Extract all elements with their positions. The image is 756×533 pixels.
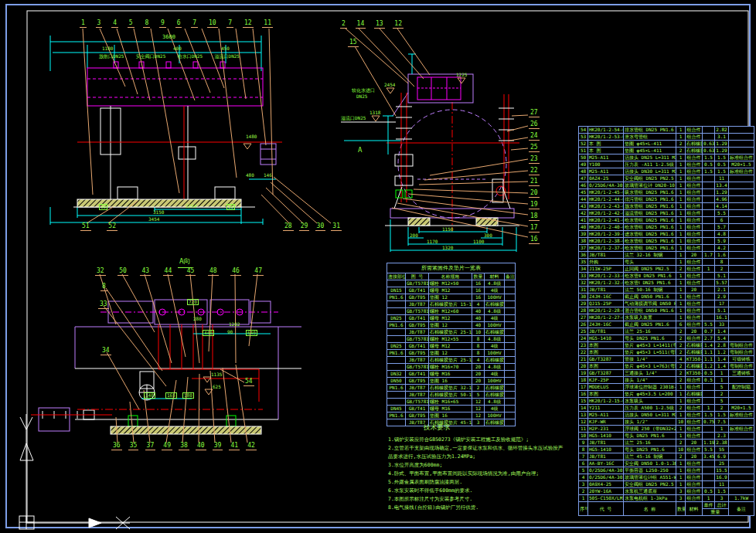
requirement-line: 4.卧式、平面布置,平面布置间距以实际现场情况为准,由用户自理;: [388, 470, 566, 478]
callout: 51: [80, 223, 91, 231]
callout: 6: [175, 20, 182, 28]
footer-col-weight: 重量: [703, 509, 729, 516]
dim-segment: 1180: [102, 46, 113, 51]
dim-right: 146: [264, 173, 272, 178]
dim-mid: 165: [165, 392, 177, 399]
dim-bottom: 1100: [473, 239, 484, 244]
port-label: DN25: [356, 94, 367, 100]
bom-row: 41HK20/1-2-41-0给水管组 DN25 PN1.6 1组合件 6: [579, 217, 754, 224]
bom-row: 33HK20/1-2-33-0给水管Ⅱ DN25 PN1.6 1组合件 5.1: [579, 273, 754, 280]
dim-top: 90: [227, 330, 233, 334]
bom-row: 48M25-A11活接头 DN30 L=311 M27×2 1组合件1.5 1.…: [579, 168, 754, 175]
bom-row: 17MODELUS浮球液位控制器 2301B-2.1M 1组合件 5配控制箱: [579, 384, 754, 391]
dim-bottom: 3454: [148, 217, 159, 222]
plan-view-callouts-bottom: 363537493840394142: [111, 443, 257, 450]
port-label: 安全阀口DN25: [136, 54, 165, 59]
bom-row: 23本图垫片 φ45×3 L=1411(弯制) 2石棉橡胶1.4 2.8弯制组合…: [579, 342, 754, 349]
dim-bottom: 200: [410, 233, 418, 238]
fastener-row: GB/T5781螺栓 M16×70 204.8级: [387, 364, 516, 371]
fastener-row: PN1.6GB/T95垫圈 12 40100HV: [387, 322, 516, 329]
elevation-label: 625: [213, 385, 221, 389]
footer-col-unit-weight: 单件: [703, 502, 715, 509]
dim-small: 30: [99, 204, 107, 210]
bom-row: 20本图垫片 φ45×3 L=763(弯制) 2石棉橡胶1.2 1.4弯制组合件: [579, 363, 754, 370]
callout: 17: [529, 225, 540, 233]
callout: 1: [80, 20, 87, 28]
bom-row: 470AZ4-25安全阀组 DN25 PN2.5 L=350 1组合件 11: [579, 175, 754, 182]
dim-top: 720: [187, 299, 199, 305]
bom-row: 7JB/T81法兰 45-16 制钢 2203.45 6.9: [579, 453, 754, 460]
dim-bottom: 1150: [442, 227, 453, 232]
bom-table-footer: 序号 代 号 名 称 数量 材料 单件 总计 备注 重量: [579, 502, 754, 516]
callout: 28: [283, 223, 294, 231]
fastener-row: DN50GB/T95垫圈 16 20100HV: [387, 378, 516, 385]
fastener-row: GB/T5781螺栓 M12×50 164.8级: [387, 280, 516, 287]
dim-right: 480: [246, 173, 254, 178]
elevation-label: 1480: [246, 134, 257, 139]
callout: 8: [100, 283, 107, 291]
bom-row: 44HK20/1-2-44-0排污管组 DN25 PN1.6 1组合件 4.96: [579, 196, 754, 203]
bom-row: 36JB/T81法兰 32-16 制钢 1201.7 1.6: [579, 252, 754, 259]
requirement-line: 品要求进行,水压试验压力为1.24MPa;: [388, 453, 566, 461]
callout: 24: [529, 133, 540, 141]
fastener-row: PN1.6JB/T87石棉橡胶垫片 32-16 2石棉橡胶: [387, 385, 516, 392]
footer-col-qty: 数量: [676, 502, 686, 516]
footer-col-code: 代 号: [588, 502, 624, 516]
bom-row: 14Y211压力表 A500 1-2.5级 2组合件1 2M20×1.5: [579, 405, 754, 412]
fastener-row: DN45GB/T41螺母 M16 124级: [387, 406, 516, 412]
bom-row: 21GB/T3287管接 1/4" 4KT350-101.1 1.4可锻铸铁: [579, 356, 754, 363]
technical-requirements-lines: 1.锅炉安装应符合GB50273《锅炉安装工程施工及验收规范》;2.立管若干支架…: [388, 436, 566, 512]
bom-row: 220YW-16A水泵机三通底座 3组合件0.5 1.5: [579, 488, 754, 495]
dim-segment: 450: [221, 46, 230, 51]
bom-row: 25JB/T81法兰 25-16 2200.7 1.4: [579, 328, 754, 335]
footer-col-no: 序号: [579, 502, 588, 516]
dim-mid: 140: [144, 392, 155, 399]
bom-row: 35外购弯头 1组合件 8: [579, 259, 754, 266]
callout: 26: [529, 121, 540, 129]
dim-top: 280: [193, 317, 202, 321]
fastener-row: GB/T5781螺栓 M12×60 404.8级: [387, 308, 516, 315]
callout: 13: [374, 21, 385, 29]
dim-overall: 3600: [162, 35, 175, 40]
fastener-table-title: 所需紧固件及垫片一览表: [387, 263, 516, 273]
requirement-line: 3.水位开高度为600mm;: [388, 461, 566, 470]
callout: 27: [529, 110, 540, 117]
port-label: 给水口DN25: [178, 54, 203, 59]
callout: 20: [529, 190, 540, 198]
callout: 11: [262, 20, 273, 28]
callout: 7: [226, 20, 233, 28]
bom-row: 19GB/T3287三通接头 1/4" 2KT350-100.5 1三通铸铁: [579, 370, 754, 377]
callout: 31: [331, 223, 342, 231]
footer-col-material: 材料: [686, 502, 703, 516]
dim-top: 1202: [229, 322, 240, 327]
fastener-row: JB/T87石棉橡胶垫片 25-16 4石棉橡胶: [387, 357, 516, 364]
plan-view-linework[interactable]: [31, 274, 301, 443]
technical-requirements: 技术要求 1.锅炉安装应符合GB50273《锅炉安装工程施工及验收规范》;2.立…: [388, 423, 566, 512]
callout: 30: [315, 223, 326, 231]
end-view-linework[interactable]: [341, 29, 528, 252]
callout: 3: [96, 20, 103, 28]
bom-row: 22本图垫片 φ45×3 L=511(弯制) 2石棉橡胶1.1 1.2弯制组合件: [579, 349, 754, 356]
bom-row: 30A9X4-25安全阀组 DN25 PN2.5 L=370 1组合件 11: [579, 481, 754, 488]
dim-bottom: 3150: [153, 210, 164, 215]
plan-view-callouts-top: 3250434445484647: [95, 268, 264, 276]
callout: 16: [529, 236, 540, 244]
bom-row: 54HK20/1-2-54-0排水管组 DN25 PN1.6 1组合件 2.82: [579, 127, 754, 134]
callout: 42: [246, 443, 257, 450]
callout: 39: [213, 443, 223, 450]
fastener-table: 所需紧固件及垫片一览表 连接部位 图 号 名称规格 数量 材料 备注 GB/T5…: [387, 263, 516, 426]
col-header: 名称规格: [429, 273, 472, 280]
bom-row: 18KJF-25P接头 1/4" 2组合件0.5 1: [579, 377, 754, 384]
bom-row: 460/25D6/4A-3019玻璃管液位计 DN20-10-L12 L=6M …: [579, 182, 754, 189]
fastener-row: JB/T87石棉橡胶垫片 25-16 10石棉橡胶: [387, 329, 516, 336]
callout: 9: [159, 20, 166, 28]
callout: 8: [143, 20, 150, 28]
bom-row: 53HK20/1-2-53-0泄水弯管组 1组合件 3.1: [579, 134, 754, 141]
callout: 52: [107, 223, 117, 231]
callout: 23: [529, 156, 540, 164]
callout: 12: [393, 21, 404, 29]
bom-row: 42HK20/1-2-42-0溢流管组 DN25 PN1.6 1组合件 5.5: [579, 210, 754, 217]
callout: 7: [191, 20, 198, 28]
elevation-label: 1318: [369, 110, 380, 115]
callout: 21: [529, 178, 540, 186]
